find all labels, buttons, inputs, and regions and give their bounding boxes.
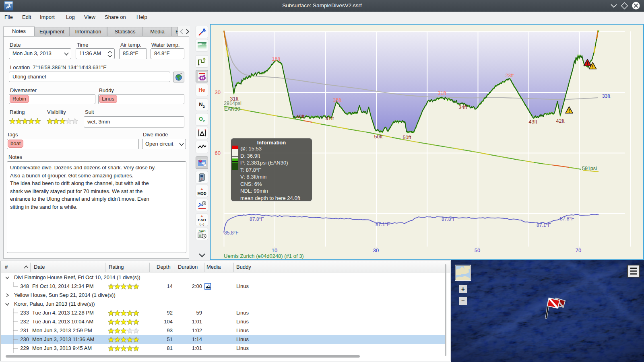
svg-text:87.8°F: 87.8°F — [442, 216, 456, 222]
svg-text:40ft: 40ft — [296, 114, 305, 119]
svg-text:87.8°F: 87.8°F — [560, 216, 574, 222]
svg-text:50: 50 — [475, 247, 480, 253]
svg-text:50ft: 50ft — [374, 134, 383, 140]
svg-text:41ft: 41ft — [326, 116, 334, 121]
svg-text:10: 10 — [272, 247, 277, 253]
svg-text:42ft: 42ft — [556, 118, 565, 124]
svg-text:50ft: 50ft — [403, 135, 411, 140]
svg-text:!: ! — [587, 61, 588, 66]
svg-text:+: + — [461, 286, 465, 292]
svg-text:35ft: 35ft — [333, 97, 342, 103]
svg-text:−: − — [461, 297, 465, 304]
svg-text:!: ! — [568, 108, 570, 114]
svg-text:30: 30 — [215, 89, 221, 95]
svg-text:60: 60 — [215, 150, 221, 156]
svg-text:591psi: 591psi — [582, 166, 597, 171]
svg-text:15ft: 15ft — [272, 56, 281, 62]
svg-text:30: 30 — [373, 247, 379, 253]
svg-text:87.8°F: 87.8°F — [250, 216, 264, 222]
svg-text:!: ! — [592, 64, 594, 70]
svg-text:43ft: 43ft — [529, 119, 537, 125]
svg-text:33ft: 33ft — [602, 93, 611, 99]
svg-text:23ft: 23ft — [506, 73, 514, 78]
svg-text:34ft: 34ft — [459, 105, 467, 110]
svg-text:SAC: SAC — [198, 229, 205, 233]
svg-text:87.1°F: 87.1°F — [537, 222, 551, 228]
svg-text:EAN30: EAN30 — [224, 106, 240, 112]
svg-text:31ft: 31ft — [438, 90, 446, 96]
svg-text:70: 70 — [576, 247, 581, 253]
svg-text:87.1°F: 87.1°F — [376, 222, 390, 227]
svg-text:85.8°F: 85.8°F — [224, 230, 238, 236]
svg-text:Uemis Zurich (e04d0248) (#1 of: Uemis Zurich (e04d0248) (#1 of 3) — [224, 253, 304, 259]
svg-text:2914psi: 2914psi — [224, 101, 242, 106]
